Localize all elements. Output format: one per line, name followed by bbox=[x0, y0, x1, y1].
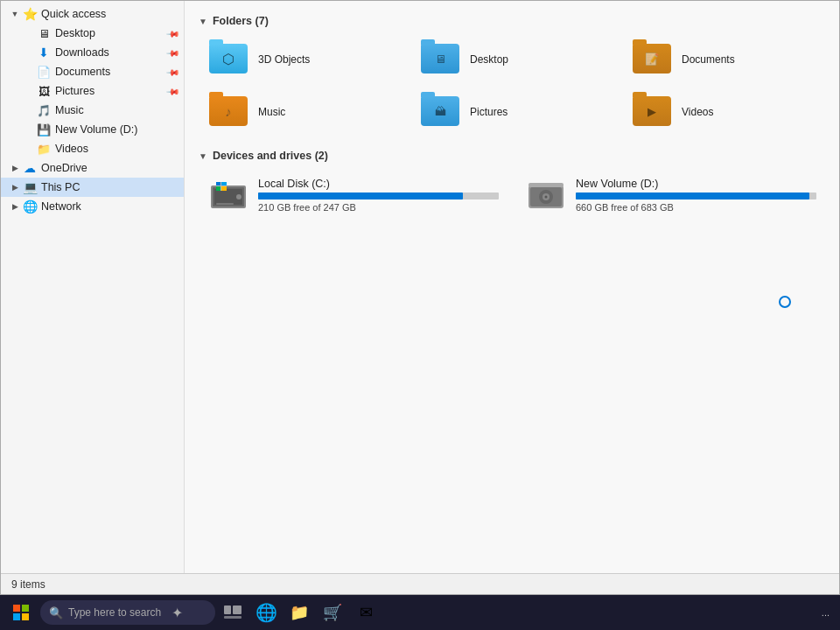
folder-icon-desktop: 🖥 bbox=[417, 41, 463, 78]
folder-icon-pictures: 🏔 bbox=[417, 94, 463, 130]
folder-item-music[interactable]: ♪ Music bbox=[199, 88, 402, 136]
start-button[interactable] bbox=[4, 597, 38, 628]
content-area: ▼ Folders (7) ⬡ 3D Objects bbox=[185, 1, 839, 573]
pin-icon-pictures: 📌 bbox=[166, 84, 180, 98]
drive-bar-bg-d bbox=[576, 192, 816, 200]
svg-rect-7 bbox=[221, 182, 227, 186]
svg-rect-22 bbox=[224, 616, 242, 619]
expand-arrow-network: ▶ bbox=[8, 202, 22, 211]
expand-arrow-onedrive: ▶ bbox=[8, 164, 22, 172]
videos-icon: 📁 bbox=[36, 142, 52, 156]
window-body: ▼ ⭐ Quick access 🖥 Desktop 📌 ⬇ Downloads… bbox=[1, 1, 839, 573]
this-pc-icon: 💻 bbox=[22, 180, 38, 194]
new-volume-icon: 💾 bbox=[36, 122, 52, 136]
drives-section-header[interactable]: ▼ Devices and drives (2) bbox=[199, 150, 825, 162]
drive-space-c: 210 GB free of 247 GB bbox=[258, 202, 499, 213]
expand-arrow-this-pc: ▶ bbox=[8, 183, 22, 192]
sidebar-label-downloads: Downloads bbox=[55, 46, 109, 59]
drive-bar-bg-c bbox=[258, 192, 499, 200]
folder-label-pictures: Pictures bbox=[470, 106, 508, 118]
cortana-icon: ✦ bbox=[172, 605, 183, 621]
taskbar-mail-icon[interactable]: ✉ bbox=[350, 597, 382, 628]
taskbar-file-explorer-icon[interactable]: 📁 bbox=[284, 597, 315, 628]
svg-rect-6 bbox=[216, 182, 220, 186]
network-icon: 🌐 bbox=[22, 200, 38, 214]
folder-icon-music: ♪ bbox=[206, 94, 251, 130]
folder-item-videos[interactable]: ▶ Videos bbox=[622, 88, 825, 136]
drive-icon-local-disk-c bbox=[207, 178, 249, 213]
music-icon: 🎵 bbox=[36, 103, 52, 117]
drive-info-d: New Volume (D:) 660 GB free of 683 GB bbox=[576, 178, 816, 213]
svg-rect-9 bbox=[221, 186, 227, 191]
svg-rect-21 bbox=[233, 606, 242, 614]
folders-arrow: ▼ bbox=[199, 17, 207, 26]
sidebar-label-new-volume: New Volume (D:) bbox=[55, 123, 137, 136]
file-explorer-window: ▼ ⭐ Quick access 🖥 Desktop 📌 ⬇ Downloads… bbox=[0, 0, 840, 595]
folder-label-videos: Videos bbox=[682, 106, 713, 118]
documents-icon: 📄 bbox=[36, 65, 52, 79]
svg-rect-19 bbox=[22, 613, 29, 620]
drive-name-d: New Volume (D:) bbox=[576, 178, 816, 190]
taskbar-search-box[interactable]: 🔍 Type here to search ✦ bbox=[40, 600, 215, 625]
sidebar-item-this-pc[interactable]: ▶ 💻 This PC bbox=[1, 178, 184, 197]
sidebar-label-desktop: Desktop bbox=[55, 27, 95, 39]
taskbar-task-view-button[interactable] bbox=[217, 597, 248, 628]
items-count: 9 items bbox=[11, 578, 46, 591]
drives-grid: Local Disk (C:) 210 GB free of 247 GB bbox=[199, 171, 825, 220]
onedrive-icon: ☁ bbox=[22, 161, 38, 175]
taskbar-time: ... bbox=[822, 607, 830, 618]
sidebar-item-desktop[interactable]: 🖥 Desktop 📌 bbox=[1, 24, 184, 43]
sidebar-label-music: Music bbox=[55, 104, 84, 116]
sidebar-item-downloads[interactable]: ⬇ Downloads 📌 bbox=[1, 43, 184, 62]
sidebar-item-network[interactable]: ▶ 🌐 Network bbox=[1, 197, 184, 216]
sidebar-label-quick-access: Quick access bbox=[41, 8, 106, 20]
folder-item-3d-objects[interactable]: ⬡ 3D Objects bbox=[199, 36, 402, 83]
quick-access-icon: ⭐ bbox=[22, 7, 38, 21]
pin-icon-desktop: 📌 bbox=[166, 26, 180, 40]
sidebar: ▼ ⭐ Quick access 🖥 Desktop 📌 ⬇ Downloads… bbox=[1, 1, 185, 573]
svg-rect-17 bbox=[22, 605, 29, 612]
sidebar-label-documents: Documents bbox=[55, 66, 110, 78]
sidebar-label-videos: Videos bbox=[55, 143, 88, 155]
sidebar-label-onedrive: OneDrive bbox=[41, 162, 88, 174]
drives-section-label: Devices and drives (2) bbox=[213, 150, 328, 162]
folder-item-pictures[interactable]: 🏔 Pictures bbox=[410, 88, 613, 136]
taskbar-store-icon[interactable]: 🛒 bbox=[317, 597, 348, 628]
drive-item-new-volume-d[interactable]: New Volume (D:) 660 GB free of 683 GB bbox=[516, 171, 825, 220]
folders-section-header[interactable]: ▼ Folders (7) bbox=[199, 15, 825, 27]
folders-section-label: Folders (7) bbox=[213, 15, 269, 27]
drives-arrow: ▼ bbox=[199, 151, 207, 161]
svg-rect-16 bbox=[13, 605, 20, 612]
svg-point-14 bbox=[545, 196, 548, 199]
downloads-icon: ⬇ bbox=[36, 46, 52, 60]
svg-rect-18 bbox=[13, 613, 20, 620]
desktop-icon: 🖥 bbox=[36, 26, 52, 40]
taskbar-edge-icon[interactable]: 🌐 bbox=[250, 597, 282, 628]
folder-item-desktop[interactable]: 🖥 Desktop bbox=[410, 36, 613, 83]
folder-item-documents[interactable]: 📝 Documents bbox=[622, 36, 825, 83]
taskbar-system-tray: ... bbox=[822, 607, 836, 618]
svg-point-3 bbox=[236, 194, 242, 200]
sidebar-item-documents[interactable]: 📄 Documents 📌 bbox=[1, 62, 184, 81]
drive-icon-new-volume-d bbox=[525, 178, 567, 213]
folder-icon-videos: ▶ bbox=[629, 94, 675, 130]
folders-grid: ⬡ 3D Objects 🖥 bbox=[199, 36, 825, 136]
svg-rect-15 bbox=[528, 183, 564, 187]
sidebar-item-pictures[interactable]: 🖼 Pictures 📌 bbox=[1, 81, 184, 101]
sidebar-item-new-volume[interactable]: 💾 New Volume (D:) bbox=[1, 120, 184, 139]
pin-icon-downloads: 📌 bbox=[166, 46, 180, 60]
drive-item-local-disk-c[interactable]: Local Disk (C:) 210 GB free of 247 GB bbox=[199, 171, 508, 220]
taskbar: 🔍 Type here to search ✦ 🌐 📁 🛒 ✉ ... bbox=[0, 595, 840, 630]
sidebar-item-music[interactable]: 🎵 Music bbox=[1, 101, 184, 120]
taskbar-search-placeholder: Type here to search bbox=[68, 606, 161, 619]
sidebar-item-onedrive[interactable]: ▶ ☁ OneDrive bbox=[1, 158, 184, 178]
folder-label-documents: Documents bbox=[682, 53, 735, 66]
pictures-icon: 🖼 bbox=[36, 84, 52, 98]
sidebar-item-videos[interactable]: 📁 Videos bbox=[1, 139, 184, 158]
svg-rect-4 bbox=[216, 203, 234, 205]
folder-icon-3d-objects: ⬡ bbox=[206, 41, 251, 78]
sidebar-label-network: Network bbox=[41, 200, 81, 213]
drive-info-c: Local Disk (C:) 210 GB free of 247 GB bbox=[258, 178, 499, 213]
sidebar-item-quick-access[interactable]: ▼ ⭐ Quick access bbox=[1, 4, 184, 24]
expand-arrow-quick-access: ▼ bbox=[8, 10, 22, 18]
